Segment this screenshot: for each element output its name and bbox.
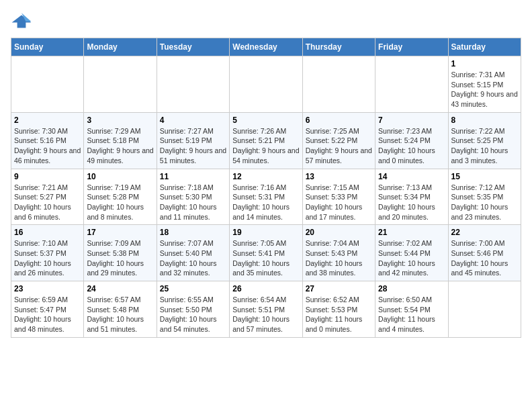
day-number: 25 bbox=[160, 284, 226, 293]
calendar-cell: 10Sunrise: 7:19 AMSunset: 5:28 PMDayligh… bbox=[84, 169, 157, 225]
day-info: Sunrise: 7:12 AMSunset: 5:35 PMDaylight:… bbox=[451, 183, 518, 222]
day-number: 23 bbox=[14, 284, 81, 293]
calendar-header-row: SundayMondayTuesdayWednesdayThursdayFrid… bbox=[11, 38, 521, 56]
header-tuesday: Tuesday bbox=[157, 38, 229, 56]
day-number: 15 bbox=[451, 172, 518, 181]
day-info: Sunrise: 7:30 AMSunset: 5:16 PMDaylight:… bbox=[14, 126, 81, 166]
calendar-week-4: 16Sunrise: 7:10 AMSunset: 5:37 PMDayligh… bbox=[11, 225, 521, 281]
day-info: Sunrise: 7:23 AMSunset: 5:24 PMDaylight:… bbox=[378, 126, 445, 166]
logo-icon bbox=[11, 11, 32, 32]
logo bbox=[11, 11, 35, 32]
day-info: Sunrise: 6:57 AMSunset: 5:48 PMDaylight:… bbox=[87, 295, 153, 334]
day-number: 28 bbox=[378, 284, 445, 293]
day-number: 14 bbox=[378, 172, 445, 181]
day-info: Sunrise: 7:05 AMSunset: 5:41 PMDaylight:… bbox=[232, 238, 299, 278]
calendar-cell: 1Sunrise: 7:31 AMSunset: 5:15 PMDaylight… bbox=[448, 56, 521, 113]
day-number: 24 bbox=[87, 284, 153, 293]
calendar-cell bbox=[11, 56, 84, 113]
day-number: 5 bbox=[232, 116, 299, 125]
calendar-cell: 2Sunrise: 7:30 AMSunset: 5:16 PMDaylight… bbox=[11, 112, 84, 169]
calendar-cell: 11Sunrise: 7:18 AMSunset: 5:30 PMDayligh… bbox=[157, 169, 229, 225]
day-number: 22 bbox=[451, 228, 518, 237]
header-saturday: Saturday bbox=[448, 38, 521, 56]
day-number: 21 bbox=[378, 228, 445, 237]
calendar-cell: 7Sunrise: 7:23 AMSunset: 5:24 PMDaylight… bbox=[375, 112, 448, 169]
calendar-cell: 21Sunrise: 7:02 AMSunset: 5:44 PMDayligh… bbox=[375, 225, 448, 281]
day-info: Sunrise: 6:59 AMSunset: 5:47 PMDaylight:… bbox=[14, 295, 81, 334]
calendar-cell bbox=[230, 56, 302, 113]
day-info: Sunrise: 7:00 AMSunset: 5:46 PMDaylight:… bbox=[451, 238, 518, 278]
header-friday: Friday bbox=[375, 38, 448, 56]
day-number: 2 bbox=[14, 116, 81, 125]
day-info: Sunrise: 7:31 AMSunset: 5:15 PMDaylight:… bbox=[451, 70, 518, 109]
calendar-cell: 27Sunrise: 6:52 AMSunset: 5:53 PMDayligh… bbox=[302, 281, 375, 338]
calendar-table: SundayMondayTuesdayWednesdayThursdayFrid… bbox=[11, 38, 521, 338]
day-info: Sunrise: 6:52 AMSunset: 5:53 PMDaylight:… bbox=[306, 295, 372, 334]
day-number: 16 bbox=[14, 228, 81, 237]
day-info: Sunrise: 7:18 AMSunset: 5:30 PMDaylight:… bbox=[160, 183, 226, 222]
day-number: 12 bbox=[232, 172, 299, 181]
day-info: Sunrise: 7:16 AMSunset: 5:31 PMDaylight:… bbox=[232, 183, 299, 222]
calendar-cell bbox=[302, 56, 375, 113]
day-number: 9 bbox=[14, 172, 81, 181]
calendar-cell: 9Sunrise: 7:21 AMSunset: 5:27 PMDaylight… bbox=[11, 169, 84, 225]
day-info: Sunrise: 7:29 AMSunset: 5:18 PMDaylight:… bbox=[87, 126, 153, 166]
day-number: 27 bbox=[306, 284, 372, 293]
header-thursday: Thursday bbox=[302, 38, 375, 56]
day-number: 10 bbox=[87, 172, 153, 181]
day-info: Sunrise: 7:13 AMSunset: 5:34 PMDaylight:… bbox=[378, 183, 445, 222]
day-info: Sunrise: 7:27 AMSunset: 5:19 PMDaylight:… bbox=[160, 126, 226, 166]
day-number: 4 bbox=[160, 116, 226, 125]
calendar-cell: 17Sunrise: 7:09 AMSunset: 5:38 PMDayligh… bbox=[84, 225, 157, 281]
calendar-cell: 18Sunrise: 7:07 AMSunset: 5:40 PMDayligh… bbox=[157, 225, 229, 281]
day-info: Sunrise: 7:15 AMSunset: 5:33 PMDaylight:… bbox=[306, 183, 372, 222]
day-number: 19 bbox=[232, 228, 299, 237]
calendar-cell bbox=[375, 56, 448, 113]
calendar-cell: 13Sunrise: 7:15 AMSunset: 5:33 PMDayligh… bbox=[302, 169, 375, 225]
day-info: Sunrise: 7:22 AMSunset: 5:25 PMDaylight:… bbox=[451, 126, 518, 166]
calendar-cell: 12Sunrise: 7:16 AMSunset: 5:31 PMDayligh… bbox=[230, 169, 302, 225]
day-info: Sunrise: 6:50 AMSunset: 5:54 PMDaylight:… bbox=[378, 295, 445, 334]
day-info: Sunrise: 7:09 AMSunset: 5:38 PMDaylight:… bbox=[87, 238, 153, 278]
calendar-cell: 25Sunrise: 6:55 AMSunset: 5:50 PMDayligh… bbox=[157, 281, 229, 338]
calendar-cell: 23Sunrise: 6:59 AMSunset: 5:47 PMDayligh… bbox=[11, 281, 84, 338]
day-number: 26 bbox=[232, 284, 299, 293]
calendar-cell: 15Sunrise: 7:12 AMSunset: 5:35 PMDayligh… bbox=[448, 169, 521, 225]
day-info: Sunrise: 7:19 AMSunset: 5:28 PMDaylight:… bbox=[87, 183, 153, 222]
calendar-cell: 3Sunrise: 7:29 AMSunset: 5:18 PMDaylight… bbox=[84, 112, 157, 169]
day-number: 18 bbox=[160, 228, 226, 237]
calendar-cell: 19Sunrise: 7:05 AMSunset: 5:41 PMDayligh… bbox=[230, 225, 302, 281]
day-number: 1 bbox=[451, 59, 518, 68]
day-info: Sunrise: 7:25 AMSunset: 5:22 PMDaylight:… bbox=[306, 126, 372, 166]
calendar-cell: 4Sunrise: 7:27 AMSunset: 5:19 PMDaylight… bbox=[157, 112, 229, 169]
day-number: 17 bbox=[87, 228, 153, 237]
calendar-cell: 8Sunrise: 7:22 AMSunset: 5:25 PMDaylight… bbox=[448, 112, 521, 169]
header-wednesday: Wednesday bbox=[230, 38, 302, 56]
day-info: Sunrise: 7:21 AMSunset: 5:27 PMDaylight:… bbox=[14, 183, 81, 222]
header-monday: Monday bbox=[84, 38, 157, 56]
day-info: Sunrise: 7:02 AMSunset: 5:44 PMDaylight:… bbox=[378, 238, 445, 278]
header-sunday: Sunday bbox=[11, 38, 84, 56]
day-info: Sunrise: 7:07 AMSunset: 5:40 PMDaylight:… bbox=[160, 238, 226, 278]
day-info: Sunrise: 6:54 AMSunset: 5:51 PMDaylight:… bbox=[232, 295, 299, 334]
day-number: 11 bbox=[160, 172, 226, 181]
day-number: 3 bbox=[87, 116, 153, 125]
day-number: 6 bbox=[306, 116, 372, 125]
calendar-cell: 20Sunrise: 7:04 AMSunset: 5:43 PMDayligh… bbox=[302, 225, 375, 281]
day-number: 8 bbox=[451, 116, 518, 125]
calendar-cell: 16Sunrise: 7:10 AMSunset: 5:37 PMDayligh… bbox=[11, 225, 84, 281]
calendar-cell: 6Sunrise: 7:25 AMSunset: 5:22 PMDaylight… bbox=[302, 112, 375, 169]
day-info: Sunrise: 7:26 AMSunset: 5:21 PMDaylight:… bbox=[232, 126, 299, 166]
calendar-cell bbox=[448, 281, 521, 338]
calendar-week-5: 23Sunrise: 6:59 AMSunset: 5:47 PMDayligh… bbox=[11, 281, 521, 338]
page-header bbox=[11, 11, 521, 32]
day-number: 7 bbox=[378, 116, 445, 125]
day-info: Sunrise: 7:10 AMSunset: 5:37 PMDaylight:… bbox=[14, 238, 81, 278]
calendar-cell: 28Sunrise: 6:50 AMSunset: 5:54 PMDayligh… bbox=[375, 281, 448, 338]
calendar-cell: 24Sunrise: 6:57 AMSunset: 5:48 PMDayligh… bbox=[84, 281, 157, 338]
calendar-cell: 14Sunrise: 7:13 AMSunset: 5:34 PMDayligh… bbox=[375, 169, 448, 225]
day-info: Sunrise: 6:55 AMSunset: 5:50 PMDaylight:… bbox=[160, 295, 226, 334]
day-info: Sunrise: 7:04 AMSunset: 5:43 PMDaylight:… bbox=[306, 238, 372, 278]
calendar-cell bbox=[157, 56, 229, 113]
day-number: 13 bbox=[306, 172, 372, 181]
